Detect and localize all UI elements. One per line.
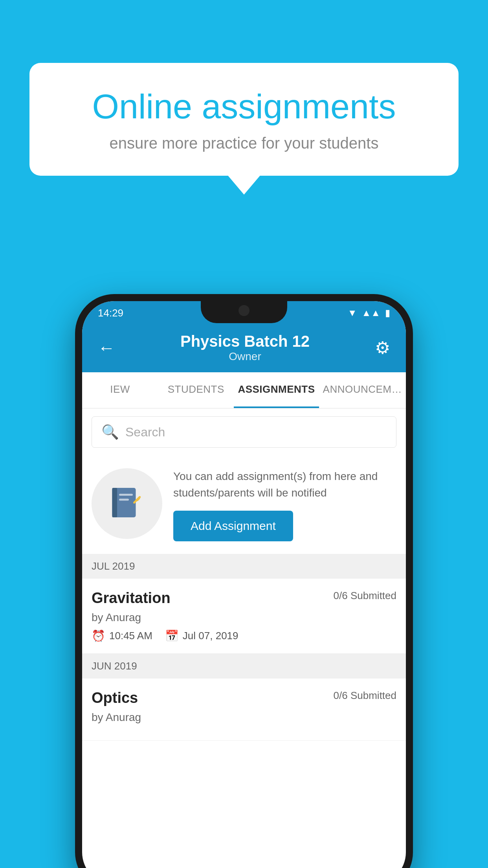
phone-screen: 14:29 ▼ ▲▲ ▮ ← Physics Batch 12 Owner ⚙ … (82, 301, 406, 868)
assignment-submitted: 0/6 Submitted (334, 590, 396, 602)
status-icons: ▼ ▲▲ ▮ (348, 307, 390, 318)
app-header: ← Physics Batch 12 Owner ⚙ (82, 325, 406, 372)
svg-rect-1 (112, 488, 117, 517)
assignment-item-gravitation[interactable]: Gravitation 0/6 Submitted by Anurag ⏰ 10… (82, 579, 406, 654)
battery-icon: ▮ (385, 307, 390, 318)
search-bar[interactable]: 🔍 Search (92, 416, 396, 448)
header-title: Physics Batch 12 (180, 333, 310, 350)
search-placeholder: Search (125, 425, 165, 440)
add-assignment-content: You can add assignment(s) from here and … (173, 468, 396, 541)
clock-icon: ⏰ (92, 629, 105, 642)
add-assignment-description: You can add assignment(s) from here and … (173, 468, 396, 501)
notebook-icon (107, 484, 147, 523)
add-assignment-section: You can add assignment(s) from here and … (82, 456, 406, 554)
calendar-icon: 📅 (165, 629, 179, 642)
assignment-author: by Anurag (92, 611, 396, 624)
search-icon: 🔍 (101, 424, 119, 440)
search-container: 🔍 Search (82, 408, 406, 456)
notebook-icon-circle (92, 468, 162, 539)
tab-assignments[interactable]: ASSIGNMENTS (234, 372, 319, 408)
assignment-optics-submitted: 0/6 Submitted (334, 690, 396, 702)
tab-announcements[interactable]: ANNOUNCEM… (319, 372, 406, 408)
speech-bubble: Online assignments ensure more practice … (29, 63, 459, 176)
tabs-container: IEW STUDENTS ASSIGNMENTS ANNOUNCEM… (82, 372, 406, 408)
assignment-optics-header: Optics 0/6 Submitted (92, 690, 396, 706)
settings-button[interactable]: ⚙ (375, 338, 390, 358)
assignment-header: Gravitation 0/6 Submitted (92, 590, 396, 607)
assignment-optics-author: by Anurag (92, 711, 396, 724)
section-jun-2019: JUN 2019 (82, 654, 406, 679)
status-time: 14:29 (98, 307, 123, 319)
phone-camera (238, 305, 250, 316)
assignment-time: ⏰ 10:45 AM (92, 629, 152, 642)
assignment-item-optics[interactable]: Optics 0/6 Submitted by Anurag (82, 679, 406, 741)
svg-rect-2 (119, 494, 133, 496)
assignment-title: Gravitation (92, 590, 171, 607)
signal-icon: ▲▲ (361, 307, 380, 318)
speech-bubble-container: Online assignments ensure more practice … (29, 63, 459, 176)
speech-bubble-title: Online assignments (61, 86, 427, 127)
phone-frame: 14:29 ▼ ▲▲ ▮ ← Physics Batch 12 Owner ⚙ … (75, 294, 413, 868)
wifi-icon: ▼ (348, 307, 357, 318)
assignment-meta: ⏰ 10:45 AM 📅 Jul 07, 2019 (92, 629, 396, 642)
header-subtitle: Owner (180, 350, 310, 363)
tab-students[interactable]: STUDENTS (158, 372, 234, 408)
add-assignment-button[interactable]: Add Assignment (173, 511, 293, 541)
assignment-optics-title: Optics (92, 690, 138, 706)
header-center: Physics Batch 12 Owner (180, 333, 310, 363)
back-button[interactable]: ← (98, 338, 115, 358)
tab-iew[interactable]: IEW (82, 372, 158, 408)
svg-rect-3 (119, 499, 129, 501)
speech-bubble-subtitle: ensure more practice for your students (61, 134, 427, 152)
section-jul-2019: JUL 2019 (82, 554, 406, 579)
assignment-date: 📅 Jul 07, 2019 (165, 629, 238, 642)
